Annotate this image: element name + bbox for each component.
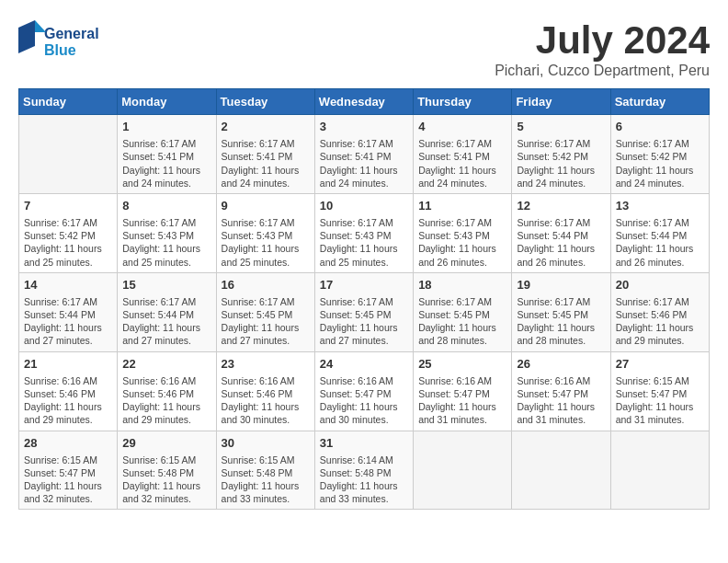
cell-info: Sunrise: 6:16 AMSunset: 5:46 PMDaylight:… — [222, 374, 310, 427]
day-number: 2 — [222, 119, 310, 135]
cell-info: Sunrise: 6:17 AMSunset: 5:43 PMDaylight:… — [320, 216, 408, 269]
week-row-1: 7Sunrise: 6:17 AMSunset: 5:42 PMDaylight… — [19, 193, 710, 272]
cell-info: Sunrise: 6:16 AMSunset: 5:47 PMDaylight:… — [320, 374, 408, 427]
cell-info: Sunrise: 6:17 AMSunset: 5:42 PMDaylight:… — [24, 216, 112, 269]
calendar-cell: 28Sunrise: 6:15 AMSunset: 5:47 PMDayligh… — [19, 431, 118, 510]
day-number: 1 — [122, 119, 210, 135]
day-number: 7 — [24, 198, 112, 214]
day-number: 22 — [122, 356, 210, 373]
calendar-cell: 20Sunrise: 6:17 AMSunset: 5:46 PMDayligh… — [610, 272, 709, 351]
cell-info: Sunrise: 6:17 AMSunset: 5:41 PMDaylight:… — [122, 137, 210, 190]
cell-info: Sunrise: 6:17 AMSunset: 5:44 PMDaylight:… — [24, 295, 112, 348]
calendar-cell: 26Sunrise: 6:16 AMSunset: 5:47 PMDayligh… — [512, 351, 610, 431]
logo: General Blue — [18, 18, 119, 69]
calendar-cell: 9Sunrise: 6:17 AMSunset: 5:43 PMDaylight… — [216, 193, 314, 272]
day-number: 21 — [24, 356, 112, 373]
cell-info: Sunrise: 6:16 AMSunset: 5:47 PMDaylight:… — [517, 374, 605, 427]
cell-info: Sunrise: 6:17 AMSunset: 5:45 PMDaylight:… — [320, 295, 408, 348]
day-number: 11 — [418, 198, 506, 214]
cell-info: Sunrise: 6:17 AMSunset: 5:44 PMDaylight:… — [517, 216, 605, 269]
title-block: July 2024 Pichari, Cuzco Department, Per… — [495, 18, 710, 79]
header-friday: Friday — [512, 89, 610, 115]
day-number: 8 — [122, 198, 210, 214]
calendar-cell: 12Sunrise: 6:17 AMSunset: 5:44 PMDayligh… — [512, 193, 610, 272]
calendar-cell: 17Sunrise: 6:17 AMSunset: 5:45 PMDayligh… — [314, 272, 413, 351]
day-number: 30 — [222, 435, 310, 452]
cell-info: Sunrise: 6:17 AMSunset: 5:44 PMDaylight:… — [122, 295, 210, 348]
calendar-cell: 10Sunrise: 6:17 AMSunset: 5:43 PMDayligh… — [314, 193, 413, 272]
calendar-cell — [19, 115, 118, 194]
header-monday: Monday — [118, 89, 216, 115]
day-number: 17 — [320, 277, 408, 293]
header-sunday: Sunday — [19, 89, 118, 115]
day-number: 25 — [418, 356, 506, 373]
calendar-cell — [512, 431, 610, 510]
day-number: 23 — [222, 356, 310, 373]
calendar-cell: 25Sunrise: 6:16 AMSunset: 5:47 PMDayligh… — [414, 351, 512, 431]
calendar-cell: 15Sunrise: 6:17 AMSunset: 5:44 PMDayligh… — [118, 272, 216, 351]
calendar-cell: 11Sunrise: 6:17 AMSunset: 5:43 PMDayligh… — [414, 193, 512, 272]
week-row-4: 28Sunrise: 6:15 AMSunset: 5:47 PMDayligh… — [19, 431, 710, 510]
day-number: 24 — [320, 356, 408, 373]
day-number: 4 — [418, 119, 506, 135]
day-number: 20 — [616, 277, 704, 293]
month-title: July 2024 — [495, 18, 710, 63]
header-saturday: Saturday — [610, 89, 709, 115]
header-wednesday: Wednesday — [314, 89, 413, 115]
header-thursday: Thursday — [414, 89, 512, 115]
day-number: 14 — [24, 277, 112, 293]
calendar-cell: 24Sunrise: 6:16 AMSunset: 5:47 PMDayligh… — [314, 351, 413, 431]
calendar-cell: 4Sunrise: 6:17 AMSunset: 5:41 PMDaylight… — [414, 115, 512, 194]
day-number: 3 — [320, 119, 408, 135]
calendar-cell: 14Sunrise: 6:17 AMSunset: 5:44 PMDayligh… — [19, 272, 118, 351]
calendar-cell: 22Sunrise: 6:16 AMSunset: 5:46 PMDayligh… — [118, 351, 216, 431]
cell-info: Sunrise: 6:17 AMSunset: 5:41 PMDaylight:… — [320, 137, 408, 190]
calendar-cell: 2Sunrise: 6:17 AMSunset: 5:41 PMDaylight… — [216, 115, 314, 194]
location-title: Pichari, Cuzco Department, Peru — [495, 63, 710, 79]
calendar-table: SundayMondayTuesdayWednesdayThursdayFrid… — [18, 88, 710, 510]
cell-info: Sunrise: 6:15 AMSunset: 5:48 PMDaylight:… — [222, 454, 310, 506]
day-number: 5 — [517, 119, 605, 135]
calendar-cell — [610, 431, 709, 510]
header-tuesday: Tuesday — [216, 89, 314, 115]
day-number: 29 — [122, 435, 210, 452]
cell-info: Sunrise: 6:17 AMSunset: 5:43 PMDaylight:… — [122, 216, 210, 269]
calendar-cell: 8Sunrise: 6:17 AMSunset: 5:43 PMDaylight… — [118, 193, 216, 272]
day-number: 31 — [320, 435, 408, 452]
week-row-0: 1Sunrise: 6:17 AMSunset: 5:41 PMDaylight… — [19, 115, 710, 194]
day-number: 6 — [616, 119, 704, 135]
calendar-cell: 29Sunrise: 6:15 AMSunset: 5:48 PMDayligh… — [118, 431, 216, 510]
cell-info: Sunrise: 6:17 AMSunset: 5:42 PMDaylight:… — [616, 137, 704, 190]
calendar-cell: 1Sunrise: 6:17 AMSunset: 5:41 PMDaylight… — [118, 115, 216, 194]
cell-info: Sunrise: 6:17 AMSunset: 5:43 PMDaylight:… — [222, 216, 310, 269]
cell-info: Sunrise: 6:14 AMSunset: 5:48 PMDaylight:… — [320, 454, 408, 506]
page-header: General Blue July 2024 Pichari, Cuzco De… — [18, 18, 710, 79]
day-number: 13 — [616, 198, 704, 214]
cell-info: Sunrise: 6:17 AMSunset: 5:43 PMDaylight:… — [418, 216, 506, 269]
day-number: 26 — [517, 356, 605, 373]
cell-info: Sunrise: 6:17 AMSunset: 5:46 PMDaylight:… — [616, 295, 704, 348]
calendar-cell — [414, 431, 512, 510]
cell-info: Sunrise: 6:15 AMSunset: 5:48 PMDaylight:… — [122, 454, 210, 506]
calendar-cell: 21Sunrise: 6:16 AMSunset: 5:46 PMDayligh… — [19, 351, 118, 431]
cell-info: Sunrise: 6:16 AMSunset: 5:46 PMDaylight:… — [24, 374, 112, 427]
calendar-cell: 6Sunrise: 6:17 AMSunset: 5:42 PMDaylight… — [610, 115, 709, 194]
calendar-header: SundayMondayTuesdayWednesdayThursdayFrid… — [19, 89, 710, 115]
cell-info: Sunrise: 6:17 AMSunset: 5:44 PMDaylight:… — [616, 216, 704, 269]
cell-info: Sunrise: 6:16 AMSunset: 5:46 PMDaylight:… — [122, 374, 210, 427]
day-number: 16 — [222, 277, 310, 293]
calendar-cell: 30Sunrise: 6:15 AMSunset: 5:48 PMDayligh… — [216, 431, 314, 510]
week-row-2: 14Sunrise: 6:17 AMSunset: 5:44 PMDayligh… — [19, 272, 710, 351]
day-number: 10 — [320, 198, 408, 214]
calendar-cell: 19Sunrise: 6:17 AMSunset: 5:45 PMDayligh… — [512, 272, 610, 351]
svg-text:Blue: Blue — [44, 42, 76, 58]
day-number: 18 — [418, 277, 506, 293]
cell-info: Sunrise: 6:17 AMSunset: 5:41 PMDaylight:… — [418, 137, 506, 190]
calendar-cell: 18Sunrise: 6:17 AMSunset: 5:45 PMDayligh… — [414, 272, 512, 351]
calendar-cell: 23Sunrise: 6:16 AMSunset: 5:46 PMDayligh… — [216, 351, 314, 431]
day-number: 15 — [122, 277, 210, 293]
cell-info: Sunrise: 6:15 AMSunset: 5:47 PMDaylight:… — [24, 454, 112, 506]
svg-marker-2 — [18, 20, 35, 53]
logo-svg: General Blue — [18, 18, 119, 69]
week-row-3: 21Sunrise: 6:16 AMSunset: 5:46 PMDayligh… — [19, 351, 710, 431]
